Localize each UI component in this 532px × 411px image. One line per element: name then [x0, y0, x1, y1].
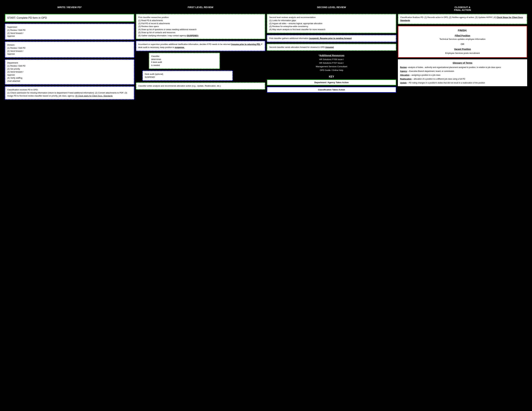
resource-1: HR Solutions FY06 Issue I [267, 58, 396, 61]
vacant-description: Employee Services posts recruitment [400, 52, 525, 55]
resource-3: Management Services Consultant [267, 65, 396, 68]
header-col4: CLOSEOUT & FINAL ACTION [398, 5, 527, 12]
filled-description: Technical Services updates employee info… [400, 37, 525, 41]
desk-audit-box: Desk audit (optional) SUSPEND! [142, 71, 233, 81]
glossary-title: Glossary of Terms [400, 61, 525, 65]
page: WRITE / REVIEW PD* FIRST LEVEL REVIEW SE… [3, 3, 529, 101]
supervisor-box: Supervisor: (1) Review / Edit PD (2) Sen… [5, 24, 134, 40]
glossary-review: Review –analysis of duties , authority a… [400, 66, 525, 69]
glossary-agency: Agency – Executive Branch department, bo… [400, 70, 525, 73]
header-col1: WRITE / REVIEW PD* [5, 5, 134, 12]
glossary-box: Glossary of Terms Review –analysis of du… [398, 59, 527, 86]
key-section: KEY Department / Agency Takes Action Cla… [267, 75, 396, 93]
additional-resources-section: *Additional Resources HR Solutions FY06 … [267, 54, 396, 72]
second-classifier-sends-box: Second classifier sends allocation forwa… [267, 44, 396, 51]
division-box: Division: (1) Review / Edit PD (2) Send … [5, 41, 134, 58]
key-title: KEY [267, 75, 396, 78]
classification-receives-box: Classification receives PD in OPD: (1) C… [5, 86, 134, 99]
finish-title: FINISH: [400, 28, 525, 33]
key-classification-box: Classification Takes Action [267, 87, 396, 93]
glossary-allocation: Allocation – assigning a position to a j… [400, 74, 525, 76]
first-classifier-gathers-box: First classifier gathers additional info… [267, 35, 396, 42]
key-agency-box: Department / Agency Takes Action [267, 79, 396, 85]
resource-2: HR Solutions FY07 Issue I [267, 61, 396, 65]
column-headers: WRITE / REVIEW PD* FIRST LEVEL REVIEW SE… [5, 5, 527, 12]
col3: Second level reviews analysis and recomm… [267, 14, 396, 93]
header-col3: SECOND LEVEL REVIEW [267, 5, 396, 12]
department-box: Department: (1) Review / Edit PD (2) Set… [5, 59, 134, 85]
glossary-reallocation: Reallocation – allocation of a position … [400, 77, 525, 80]
col4: Classification finalizes PD: (1) Records… [398, 14, 527, 86]
vacant-position-label: Vacant Position [400, 47, 525, 51]
header-col2: FIRST LEVEL REVIEW [136, 5, 265, 12]
finish-box: FINISH: Filled Position Technical Servic… [398, 26, 527, 58]
col1: START: Complete PD form in OPD Superviso… [5, 14, 134, 100]
filled-position-label: Filled Position [400, 34, 525, 37]
col2: First classifier researches position: (1… [136, 14, 265, 90]
glossary-update: Update – PD noting changes in a position… [400, 81, 525, 84]
resource-4: OPD Guide / Online Help [267, 68, 396, 72]
classifier-determines-box: Classifier determines if desk audit is n… [149, 53, 220, 69]
additional-resources-list: HR Solutions FY06 Issue I HR Solutions F… [267, 58, 396, 72]
first-classifier-box: First classifier researches position: (1… [136, 14, 265, 39]
additional-resources-title: *Additional Resources [267, 54, 396, 57]
main-grid: START: Complete PD form in OPD Superviso… [5, 14, 527, 100]
or-label: OR [400, 42, 525, 46]
classification-finalizes-box: Classification finalizes PD: (1) Records… [398, 14, 527, 24]
second-level-box: Second level reviews analysis and recomm… [267, 14, 396, 33]
incumbent-box: Incumbent or supervisor provides additio… [136, 41, 265, 51]
start-box: START: Complete PD form in OPD [5, 14, 134, 22]
classifier-writes-box: Classifier writes analysis and recommend… [136, 82, 265, 90]
